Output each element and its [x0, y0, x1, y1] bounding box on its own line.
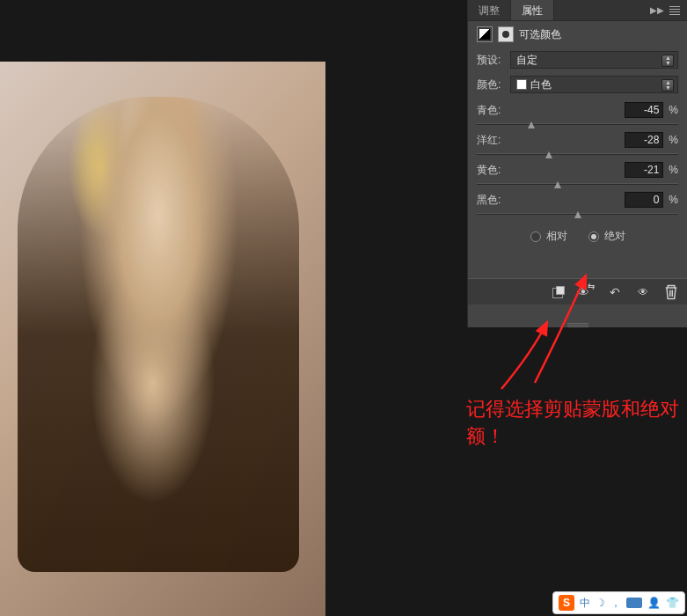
- yellow-slider[interactable]: [477, 183, 678, 185]
- ime-logo-icon[interactable]: S: [559, 595, 574, 611]
- reset-button[interactable]: ↶: [606, 283, 624, 301]
- delete-button[interactable]: [662, 283, 680, 301]
- yellow-value[interactable]: -21: [625, 162, 663, 178]
- slider-magenta: 洋红: -28 %: [468, 127, 687, 157]
- black-value[interactable]: 0: [625, 192, 663, 208]
- method-radios: 相对 绝对: [468, 216, 687, 253]
- cyan-thumb[interactable]: [528, 121, 535, 128]
- tab-properties[interactable]: 属性: [511, 0, 554, 20]
- portrait-image: [18, 97, 299, 572]
- percent-label: %: [669, 104, 678, 116]
- black-label: 黑色:: [477, 193, 625, 208]
- slider-black: 黑色: 0 %: [468, 187, 687, 216]
- colors-dropdown[interactable]: 白色 ▲▼: [510, 76, 678, 93]
- magenta-slider[interactable]: [477, 153, 678, 155]
- panel-menu-icon[interactable]: [668, 4, 682, 17]
- tab-adjustments[interactable]: 调整: [468, 0, 511, 20]
- canvas-area[interactable]: [0, 62, 325, 616]
- ime-skin-icon[interactable]: 👕: [666, 597, 679, 609]
- annotation-arrow-clipmask: [493, 317, 581, 396]
- ime-toolbar[interactable]: S 中 ☽ ， 👤 👕: [552, 591, 685, 614]
- cyan-label: 青色:: [477, 103, 625, 118]
- panel-resize-handle[interactable]: [468, 319, 687, 327]
- ime-punct-button[interactable]: ，: [610, 596, 621, 611]
- ime-moon-icon[interactable]: ☽: [596, 597, 605, 609]
- yellow-label: 黄色:: [477, 163, 625, 178]
- radio-absolute[interactable]: 绝对: [588, 229, 625, 244]
- collapse-icon[interactable]: ▶▶: [650, 5, 664, 15]
- visibility-button[interactable]: 👁: [634, 283, 652, 301]
- slider-cyan: 青色: -45 %: [468, 97, 687, 127]
- clip-mask-button[interactable]: [550, 283, 567, 301]
- preset-label: 预设:: [477, 53, 505, 68]
- preset-dropdown[interactable]: 自定 ▲▼: [510, 51, 678, 69]
- cyan-value[interactable]: -45: [625, 102, 663, 118]
- panel-tabs: 调整 属性 ▶▶: [468, 0, 687, 21]
- magenta-value[interactable]: -28: [625, 132, 663, 148]
- magenta-label: 洋红:: [477, 133, 625, 148]
- annotation-text: 记得选择剪贴蒙版和绝对额！: [466, 396, 687, 451]
- panel-footer: 👁⇆ ↶ 👁: [468, 278, 687, 304]
- color-swatch-icon: [516, 79, 527, 90]
- view-previous-button[interactable]: 👁⇆: [578, 283, 596, 301]
- black-thumb[interactable]: [574, 211, 581, 218]
- black-slider[interactable]: [477, 213, 678, 215]
- ime-keyboard-icon[interactable]: [626, 598, 642, 608]
- yellow-thumb[interactable]: [554, 181, 561, 188]
- ime-lang-button[interactable]: 中: [580, 596, 590, 611]
- radio-relative[interactable]: 相对: [530, 229, 567, 244]
- panel-title: 可选颜色: [519, 27, 561, 42]
- panel-header: 可选颜色: [468, 21, 687, 48]
- properties-panel: 调整 属性 ▶▶ 可选颜色 预设: 自定 ▲▼ 颜色: 白色 ▲▼ 青色: -4…: [467, 0, 687, 327]
- selective-color-icon[interactable]: [477, 26, 493, 42]
- magenta-thumb[interactable]: [545, 151, 552, 158]
- cyan-slider[interactable]: [477, 123, 678, 125]
- slider-yellow: 黄色: -21 %: [468, 157, 687, 187]
- ime-person-icon[interactable]: 👤: [647, 597, 661, 609]
- mask-icon[interactable]: [498, 26, 514, 42]
- colors-label: 颜色:: [477, 77, 505, 92]
